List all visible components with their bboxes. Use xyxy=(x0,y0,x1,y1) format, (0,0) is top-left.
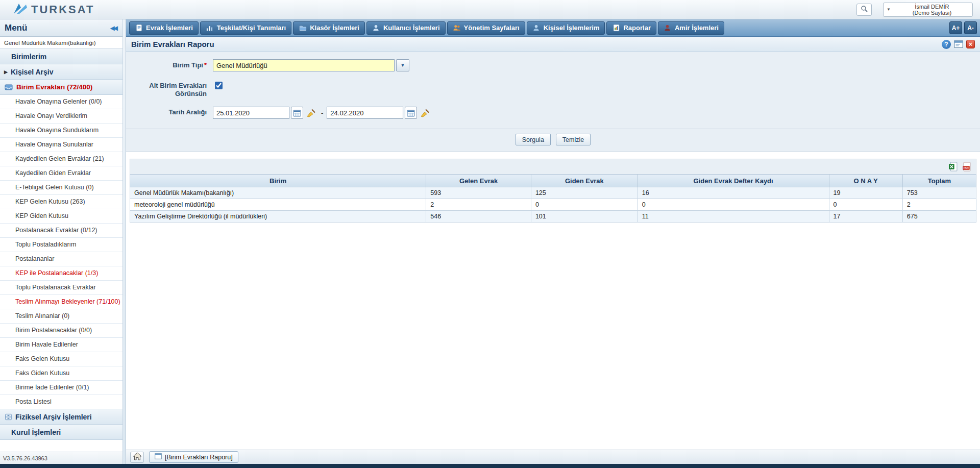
font-decrease-button[interactable]: A- xyxy=(964,21,977,34)
search-icon xyxy=(861,5,868,14)
table-cell: 0 xyxy=(531,199,638,211)
close-icon[interactable]: × xyxy=(966,40,975,48)
sidebar-item-8[interactable]: Kaydedilen Gelen Evraklar (21) xyxy=(0,152,122,166)
user-info: İsmail DEMİR (Demo Sayfası) xyxy=(895,4,969,16)
main-area: Evrak İşlemleriTeşkilat/Kişi TanımlarıKl… xyxy=(126,19,980,464)
sidebar-item-label: Havale Onayı Verdiklerim xyxy=(15,112,87,119)
alt-birim-checkbox[interactable] xyxy=(215,82,223,89)
toolbar-tab-6[interactable]: Raporlar xyxy=(606,21,656,35)
birim-tipi-label-text: Birim Tipi xyxy=(173,61,203,69)
toolbar-tab-0[interactable]: Evrak İşlemleri xyxy=(129,21,199,35)
app-window: TURKSAT ▼ İsmail DEMİR (Demo Sayfası) Me… xyxy=(0,0,980,468)
sidebar-item-11[interactable]: KEP Gelen Kutusu (263) xyxy=(0,195,122,209)
table-cell: 19 xyxy=(829,187,902,199)
content-panel: Birim Evrakları Raporu ? × Birim Tipi* xyxy=(126,37,980,450)
birim-tipi-input[interactable] xyxy=(213,59,395,71)
sidebar-item-label: Birim Postalanacaklar (0/0) xyxy=(15,327,92,334)
table-header-cell: Giden Evrak xyxy=(531,175,638,187)
tarih-label: Tarih Aralığı xyxy=(126,106,213,116)
date-to-input[interactable] xyxy=(327,107,403,119)
sidebar-item-12[interactable]: KEP Giden Kutusu xyxy=(0,209,122,224)
toolbar-tab-1[interactable]: Teşkilat/Kişi Tanımları xyxy=(200,21,291,35)
sidebar-item-label: KEP Giden Kutusu xyxy=(15,212,68,219)
sidebar-header: Menü ◀◀ xyxy=(0,19,122,37)
sidebar-item-13[interactable]: Postalanacak Evraklar (0/12) xyxy=(0,224,122,238)
temizle-button[interactable]: Temizle xyxy=(556,134,591,145)
collapse-sidebar-icon[interactable]: ◀◀ xyxy=(110,24,118,32)
toolbar-tab-3[interactable]: Kullanıcı İşlemleri xyxy=(366,21,446,35)
sidebar-item-24[interactable]: Birime İade Edilenler (0/1) xyxy=(0,381,122,395)
sidebar-item-9[interactable]: Kaydedilen Giden Evraklar xyxy=(0,166,122,181)
table-row[interactable]: Yazılım Geliştirme Direktörlüğü (il müdü… xyxy=(130,211,976,223)
font-controls: A+ A- xyxy=(949,21,977,34)
sidebar-item-label: KEP ile Postalanacaklar (1/3) xyxy=(15,269,98,277)
toolbar-tab-4[interactable]: Yönetim Sayfaları xyxy=(447,21,525,35)
sidebar-item-1[interactable]: Birimlerim xyxy=(0,49,122,64)
clear-date-from-icon[interactable] xyxy=(304,106,317,119)
sidebar-item-4[interactable]: Havale Onayına Gelenler (0/0) xyxy=(0,95,122,109)
sidebar-item-label: Kaydedilen Gelen Evraklar (21) xyxy=(15,155,104,162)
taskbar: [Birim Evrakları Raporu] xyxy=(126,450,980,464)
folder-icon xyxy=(299,24,307,32)
sidebar-item-7[interactable]: Havale Onayına Sunulanlar xyxy=(0,138,122,152)
user-icon xyxy=(372,24,380,32)
open-page-tab[interactable]: [Birim Evrakları Raporu] xyxy=(149,451,238,463)
home-button[interactable] xyxy=(130,452,144,463)
birim-tipi-dropdown-button[interactable]: ▼ xyxy=(396,59,409,71)
date-from-input[interactable] xyxy=(213,107,289,119)
help-icon[interactable]: ? xyxy=(942,40,951,49)
table-cell: 17 xyxy=(829,211,902,223)
alt-birim-label: Alt Birim Evrakları Görünsün xyxy=(126,80,213,98)
table-row[interactable]: Genel Müdürlük Makamı(bakanlığı)59312516… xyxy=(130,187,976,199)
toolbar-tab-7[interactable]: Amir İşlemleri xyxy=(658,21,724,35)
toolbar-tabs: Evrak İşlemleriTeşkilat/Kişi TanımlarıKl… xyxy=(129,21,724,35)
calendar-from-icon[interactable] xyxy=(291,107,303,119)
sidebar-item-0[interactable]: Genel Müdürlük Makamı(bakanlığı) xyxy=(0,37,122,49)
page-tab-label: [Birim Evrakları Raporu] xyxy=(165,454,233,461)
sidebar-item-18[interactable]: Teslim Alınmayı Bekleyenler (71/100) xyxy=(0,295,122,309)
table-cell: 2 xyxy=(426,199,531,211)
sidebar-item-15[interactable]: Postalananlar xyxy=(0,252,122,266)
person-icon xyxy=(532,24,541,32)
table-header-row: BirimGelen EvrakGiden EvrakGiden Evrak D… xyxy=(130,175,976,187)
table-cell: 16 xyxy=(638,187,829,199)
calendar-to-icon[interactable] xyxy=(405,107,417,119)
toolbar-tab-label: Teşkilat/Kişi Tanımları xyxy=(217,24,286,32)
pdf-export-icon[interactable]: PDF xyxy=(962,162,972,171)
sidebar-item-16[interactable]: KEP ile Postalanacaklar (1/3) xyxy=(0,266,122,281)
clear-date-to-icon[interactable] xyxy=(418,106,431,119)
table-header-cell: Giden Evrak Defter Kaydı xyxy=(638,175,829,187)
table-header-cell: Toplam xyxy=(902,175,976,187)
excel-export-icon[interactable] xyxy=(948,162,958,171)
sidebar-item-25[interactable]: Posta Listesi xyxy=(0,395,122,409)
window-icon[interactable] xyxy=(954,40,963,48)
sidebar-item-3[interactable]: Birim Evrakları (72/400) xyxy=(0,80,122,95)
font-increase-button[interactable]: A+ xyxy=(949,21,962,34)
table-cell: 2 xyxy=(902,199,976,211)
sidebar-item-27[interactable]: Kurul İşlemleri xyxy=(0,425,122,440)
toolbar-tab-5[interactable]: Kişisel İşlemlerim xyxy=(527,21,605,35)
user-menu[interactable]: ▼ İsmail DEMİR (Demo Sayfası) xyxy=(883,3,973,17)
sidebar-item-6[interactable]: Havale Onayına Sunduklarım xyxy=(0,124,122,138)
sidebar-item-23[interactable]: Faks Giden Kutusu xyxy=(0,366,122,381)
sidebar-item-label: Fiziksel Arşiv İşlemleri xyxy=(15,413,92,421)
table-row[interactable]: meteoroloji genel müdürlüğü20002 xyxy=(130,199,976,211)
search-button[interactable] xyxy=(856,4,872,16)
top-header: TURKSAT ▼ İsmail DEMİR (Demo Sayfası) xyxy=(0,0,980,19)
sidebar-item-10[interactable]: E-Tebligat Gelen Kutusu (0) xyxy=(0,181,122,195)
sidebar-item-20[interactable]: Birim Postalanacaklar (0/0) xyxy=(0,324,122,338)
sidebar-item-22[interactable]: Faks Gelen Kutusu xyxy=(0,352,122,366)
sidebar-item-19[interactable]: Teslim Alınanlar (0) xyxy=(0,309,122,324)
tarih-row: Tarih Aralığı - xyxy=(126,106,980,119)
sidebar-menu: Genel Müdürlük Makamı(bakanlığı)Birimler… xyxy=(0,37,122,452)
sidebar-item-26[interactable]: Fiziksel Arşiv İşlemleri xyxy=(0,409,122,425)
toolbar-tab-2[interactable]: Klasör İşlemleri xyxy=(293,21,365,35)
sidebar-item-14[interactable]: Toplu Postaladıklarım xyxy=(0,238,122,252)
sidebar-item-17[interactable]: Toplu Postalanacak Evraklar xyxy=(0,281,122,295)
sidebar-item-2[interactable]: ▶Kişisel Arşiv xyxy=(0,64,122,80)
sidebar-item-21[interactable]: Birim Havale Edilenler xyxy=(0,338,122,352)
table-cell: 675 xyxy=(902,211,976,223)
sorgula-button[interactable]: Sorgula xyxy=(516,134,551,145)
sidebar-item-5[interactable]: Havale Onayı Verdiklerim xyxy=(0,109,122,124)
sidebar-item-label: Toplu Postalanacak Evraklar xyxy=(15,284,96,291)
